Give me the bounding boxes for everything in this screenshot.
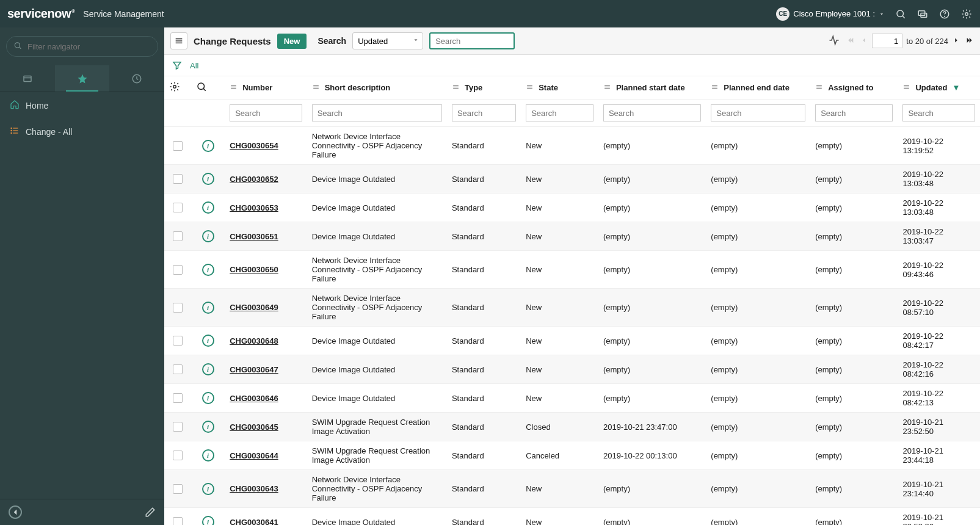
row-checkbox[interactable] <box>173 203 183 212</box>
help-button[interactable] <box>938 8 951 20</box>
list-menu-button[interactable] <box>170 32 187 49</box>
sidebar-item-home[interactable]: Home <box>0 92 164 118</box>
row-preview-button[interactable]: i <box>202 302 214 314</box>
nav-tab-history[interactable] <box>109 65 164 92</box>
column-header-updated[interactable]: Updated▼ <box>898 76 980 100</box>
column-filter-planned_start[interactable] <box>603 104 701 121</box>
row-checkbox[interactable] <box>173 231 183 241</box>
column-filter-short_description[interactable] <box>312 104 442 121</box>
column-filter-state[interactable] <box>526 104 593 121</box>
cell-type: Standard <box>447 413 521 441</box>
sidebar-item-change-all[interactable]: Change - All <box>0 118 164 145</box>
column-filter-assigned_to[interactable] <box>815 104 893 121</box>
search-row-toggle[interactable] <box>196 81 207 92</box>
record-number-link[interactable]: CHG0030643 <box>230 484 278 493</box>
row-preview-button[interactable]: i <box>202 264 214 276</box>
edit-favorites-button[interactable] <box>145 507 156 518</box>
user-name: Cisco Employee 1001 : <box>793 9 875 18</box>
home-icon <box>10 100 20 111</box>
activity-stream-button[interactable] <box>828 34 840 48</box>
record-number-link[interactable]: CHG0030654 <box>230 141 278 150</box>
column-header-planned_start[interactable]: Planned start date <box>598 76 706 100</box>
main-content: Change Requests New Search to 20 of 224 <box>164 27 980 525</box>
row-checkbox[interactable] <box>173 393 183 403</box>
column-filter-updated[interactable] <box>902 104 975 121</box>
star-icon <box>77 73 88 84</box>
column-header-state[interactable]: State <box>521 76 598 100</box>
row-preview-button[interactable]: i <box>202 173 214 185</box>
personalize-list-button[interactable] <box>169 81 180 92</box>
filter-search-icon <box>13 42 22 52</box>
collapse-navigator-button[interactable] <box>9 505 22 519</box>
row-preview-button[interactable]: i <box>202 516 214 525</box>
column-filter-planned_end[interactable] <box>711 104 805 121</box>
column-filter-number[interactable] <box>230 104 302 121</box>
chat-button[interactable] <box>916 8 929 20</box>
row-checkbox[interactable] <box>173 265 183 275</box>
row-checkbox[interactable] <box>173 484 183 494</box>
row-checkbox[interactable] <box>173 141 183 151</box>
record-number-link[interactable]: CHG0030652 <box>230 175 278 184</box>
column-header-number[interactable]: Number <box>225 76 307 100</box>
column-menu-icon <box>603 83 611 93</box>
list-icon <box>10 126 20 137</box>
filter-navigator-input[interactable] <box>6 36 158 57</box>
filter-funnel-icon[interactable] <box>172 60 183 71</box>
row-checkbox[interactable] <box>173 303 183 313</box>
hamburger-icon <box>174 36 184 46</box>
row-checkbox[interactable] <box>173 336 183 346</box>
cell-short-description: Device Image Outdated <box>307 165 447 194</box>
brand-logo: servicenow® <box>7 7 74 21</box>
row-preview-button[interactable]: i <box>202 230 214 242</box>
new-button[interactable]: New <box>277 34 307 49</box>
column-filter-type[interactable] <box>452 104 516 121</box>
row-preview-button[interactable]: i <box>202 363 214 375</box>
record-number-link[interactable]: CHG0030651 <box>230 232 278 241</box>
column-header-assigned_to[interactable]: Assigned to <box>810 76 898 100</box>
record-number-link[interactable]: CHG0030646 <box>230 394 278 403</box>
breadcrumb-all[interactable]: All <box>190 61 198 70</box>
row-preview-button[interactable]: i <box>202 421 214 433</box>
table-row: i CHG0030641 Device Image Outdated Stand… <box>164 508 980 526</box>
page-last-button[interactable] <box>964 35 974 47</box>
record-number-link[interactable]: CHG0030645 <box>230 422 278 432</box>
row-checkbox[interactable] <box>173 422 183 432</box>
page-first-button[interactable] <box>846 35 856 47</box>
row-preview-button[interactable]: i <box>202 483 214 495</box>
record-number-link[interactable]: CHG0030641 <box>230 518 278 526</box>
page-next-button[interactable] <box>952 36 960 46</box>
settings-button[interactable] <box>960 8 973 20</box>
global-search-button[interactable] <box>895 8 907 20</box>
svg-point-6 <box>965 12 968 15</box>
row-preview-button[interactable]: i <box>202 140 214 152</box>
page-number-input[interactable] <box>872 34 902 48</box>
record-number-link[interactable]: CHG0030650 <box>230 265 278 274</box>
column-header-short_description[interactable]: Short description <box>307 76 447 100</box>
column-header-type[interactable]: Type <box>447 76 521 100</box>
cell-assigned-to: (empty) <box>810 127 898 165</box>
column-header-planned_end[interactable]: Planned end date <box>706 76 810 100</box>
page-prev-button[interactable] <box>860 36 868 46</box>
cell-state: New <box>521 289 598 327</box>
record-number-link[interactable]: CHG0030653 <box>230 203 278 212</box>
search-field-select[interactable] <box>352 32 423 49</box>
cell-updated: 2019-10-22 08:42:16 <box>898 355 980 384</box>
row-preview-button[interactable]: i <box>202 201 214 214</box>
row-checkbox[interactable] <box>173 517 183 525</box>
user-menu[interactable]: CE Cisco Employee 1001 : <box>776 7 885 21</box>
nav-tab-favorites[interactable] <box>55 65 110 92</box>
nav-tab-all-apps[interactable] <box>0 65 55 92</box>
record-number-link[interactable]: CHG0030647 <box>230 365 278 374</box>
list-search-input[interactable] <box>429 32 515 49</box>
list-header: Change Requests New Search to 20 of 224 <box>164 27 980 55</box>
row-preview-button[interactable]: i <box>202 335 214 347</box>
row-checkbox[interactable] <box>173 364 183 374</box>
record-number-link[interactable]: CHG0030649 <box>230 303 278 312</box>
record-number-link[interactable]: CHG0030644 <box>230 451 278 460</box>
row-checkbox[interactable] <box>173 174 183 184</box>
row-checkbox[interactable] <box>173 451 183 460</box>
record-number-link[interactable]: CHG0030648 <box>230 336 278 346</box>
cell-planned-start: (empty) <box>598 194 706 222</box>
row-preview-button[interactable]: i <box>202 392 214 404</box>
row-preview-button[interactable]: i <box>202 449 214 462</box>
